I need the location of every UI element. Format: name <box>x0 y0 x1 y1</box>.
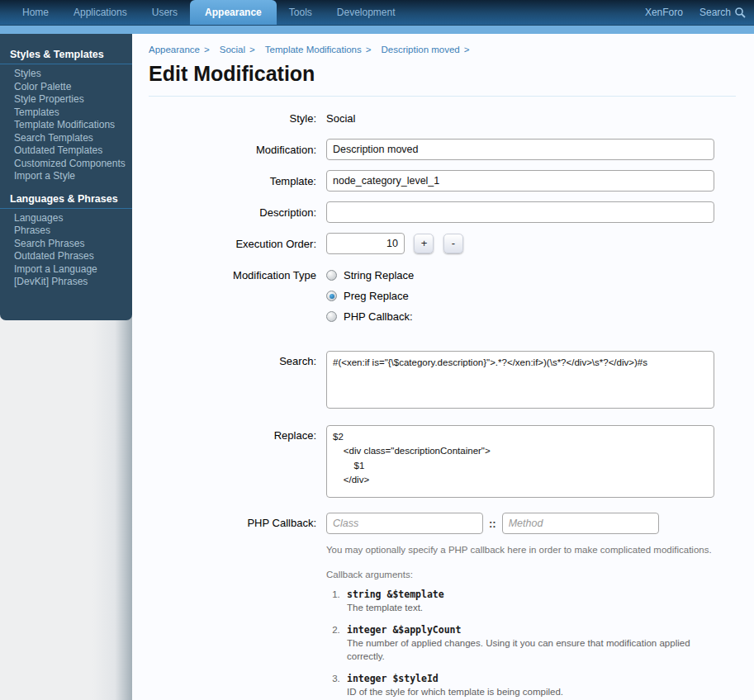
argument-description: The number of applied changes. Using it … <box>347 636 718 664</box>
breadcrumb: Appearance> Social> Template Modificatio… <box>149 45 736 54</box>
radio-label: Preg Replace <box>344 290 409 302</box>
search-link[interactable]: Search <box>699 7 746 18</box>
sidebar-column: Styles & Templates Styles Color Palette … <box>0 34 132 700</box>
argument-signature: integer &$applyCount <box>347 624 724 636</box>
breadcrumb-item: Appearance> <box>149 45 210 54</box>
replace-label: Replace: <box>149 425 326 442</box>
sidebar-item[interactable]: Languages <box>0 212 132 225</box>
form-row-modification-type: Modification Type String Replace Preg Re… <box>149 269 736 331</box>
callback-class-input[interactable] <box>326 513 483 534</box>
breadcrumb-item: Template Modifications> <box>265 45 372 54</box>
sidebar-item[interactable]: Import a Style <box>0 170 132 183</box>
callback-argument-item: integer &$applyCount The number of appli… <box>343 624 724 664</box>
nav-tab[interactable]: Home <box>10 0 61 25</box>
accent-strip <box>0 26 754 34</box>
form-row-template: Template: <box>149 170 736 192</box>
argument-signature: string &$template <box>347 589 724 600</box>
breadcrumb-separator: > <box>249 45 255 54</box>
search-link-label: Search <box>699 7 731 18</box>
top-navbar: Home Applications Users Appearance Tools… <box>0 0 754 26</box>
nav-tab[interactable]: Applications <box>61 0 140 25</box>
sidebar-group-styles: Styles & Templates Styles Color Palette … <box>0 45 132 183</box>
modification-label: Modification: <box>149 144 326 156</box>
callback-arguments-title: Callback arguments: <box>326 570 724 579</box>
argument-description: ID of the style for which template is be… <box>347 685 718 699</box>
sidebar-item[interactable]: Phrases <box>0 225 132 238</box>
decrement-button[interactable]: - <box>443 234 463 253</box>
page-title: Edit Modification <box>149 62 736 86</box>
execution-order-label: Execution Order: <box>149 238 326 250</box>
php-callback-label: PHP Callback: <box>149 513 326 529</box>
form-row-description: Description: <box>149 201 736 223</box>
sidebar-group-title: Styles & Templates <box>0 45 132 64</box>
callback-separator: :: <box>489 518 496 530</box>
breadcrumb-separator: > <box>366 45 372 54</box>
description-input[interactable] <box>326 201 714 223</box>
main-content: Appearance> Social> Template Modificatio… <box>132 34 754 700</box>
nav-tab[interactable]: Tools <box>277 0 325 25</box>
php-callback-hint: You may optionally specify a PHP callbac… <box>326 543 724 556</box>
nav-tab[interactable]: Development <box>325 0 408 25</box>
radio-icon[interactable] <box>326 311 337 322</box>
sidebar-item[interactable]: Style Properties <box>0 93 132 106</box>
radio-label: String Replace <box>344 269 414 281</box>
modification-input[interactable] <box>326 139 714 160</box>
sidebar-item[interactable]: Template Modifications <box>0 119 132 132</box>
nav-tab[interactable]: Appearance <box>190 0 277 25</box>
style-label: Style: <box>149 112 326 125</box>
sidebar-item[interactable]: Outdated Phrases <box>0 250 132 263</box>
form-row-modification: Modification: <box>149 139 736 160</box>
breadcrumb-separator: > <box>464 45 470 54</box>
callback-method-input[interactable] <box>502 513 659 534</box>
modification-type-option[interactable]: PHP Callback: <box>326 310 724 323</box>
increment-button[interactable]: + <box>414 234 434 253</box>
breadcrumb-link[interactable]: Description moved <box>382 45 460 54</box>
sidebar-item[interactable]: Customized Components <box>0 158 132 171</box>
breadcrumb-link[interactable]: Template Modifications <box>265 45 362 54</box>
modification-type-label: Modification Type <box>149 269 326 281</box>
title-divider <box>149 96 736 97</box>
callback-arguments-list: string &$template The template text. int… <box>326 589 724 699</box>
sidebar-item[interactable]: Styles <box>0 68 132 81</box>
nav-tab[interactable]: Users <box>140 0 190 25</box>
nav-right-links: XenForo Search <box>645 7 754 25</box>
breadcrumb-link[interactable]: Social <box>220 45 245 54</box>
nav-tabs: Home Applications Users Appearance Tools… <box>0 0 408 25</box>
brand-link[interactable]: XenForo <box>645 7 683 18</box>
form-row-search: Search: #(<xen:if is="{\$category.descri… <box>149 351 736 412</box>
breadcrumb-item: Social> <box>220 45 255 54</box>
modification-type-option[interactable]: String Replace <box>326 269 724 281</box>
modification-type-option[interactable]: Preg Replace <box>326 290 724 302</box>
argument-description: The template text. <box>347 601 718 615</box>
sidebar-item[interactable]: Search Templates <box>0 132 132 145</box>
callback-argument-item: integer $styleId ID of the style for whi… <box>343 673 724 699</box>
argument-signature: integer $styleId <box>347 673 724 684</box>
sidebar-item[interactable]: Color Palette <box>0 81 132 94</box>
execution-order-input[interactable] <box>326 233 405 254</box>
search-icon <box>734 7 746 18</box>
callback-argument-item: string &$template The template text. <box>343 589 724 615</box>
sidebar-item[interactable]: Search Phrases <box>0 238 132 251</box>
description-label: Description: <box>149 206 326 219</box>
sidebar-group-languages: Languages & Phrases Languages Phrases Se… <box>0 190 132 289</box>
breadcrumb-separator: > <box>204 45 210 54</box>
sidebar-group-title: Languages & Phrases <box>0 190 132 209</box>
form-row-php-callback: PHP Callback: :: You may optionally spec… <box>149 513 736 700</box>
template-label: Template: <box>149 175 326 187</box>
sidebar-item[interactable]: [DevKit] Phrases <box>0 276 132 289</box>
sidebar-item[interactable]: Templates <box>0 106 132 120</box>
sidebar-item[interactable]: Import a Language <box>0 263 132 277</box>
search-label: Search: <box>149 351 326 367</box>
sidebar-panel: Styles & Templates Styles Color Palette … <box>0 34 132 320</box>
radio-icon[interactable] <box>326 291 337 301</box>
form-row-execution-order: Execution Order: + - <box>149 233 736 254</box>
replace-textarea[interactable]: $2 <div class="descriptionContainer"> $1… <box>326 425 714 498</box>
style-value: Social <box>326 112 355 125</box>
breadcrumb-item: Description moved> <box>382 45 470 54</box>
search-textarea[interactable]: #(<xen:if is="{\$category.description}">… <box>326 351 714 409</box>
radio-icon[interactable] <box>326 270 337 281</box>
radio-label: PHP Callback: <box>344 310 413 323</box>
breadcrumb-link[interactable]: Appearance <box>149 45 200 54</box>
template-input[interactable] <box>326 170 714 192</box>
sidebar-item[interactable]: Outdated Templates <box>0 144 132 158</box>
